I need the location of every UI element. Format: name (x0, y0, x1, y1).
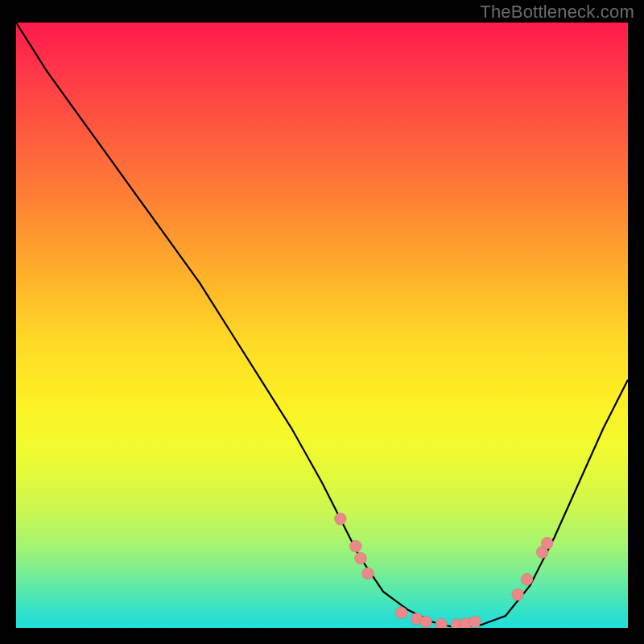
curve-marker (436, 618, 448, 628)
plot-area (16, 23, 628, 628)
curve-marker (512, 588, 524, 601)
curve-marker (541, 537, 553, 549)
curve-marker (395, 607, 407, 619)
curve-marker (354, 552, 366, 564)
bottleneck-curve (16, 23, 628, 628)
bottleneck-chart (16, 23, 628, 628)
curve-marker (469, 616, 481, 628)
stage: TheBottleneck.com (0, 0, 644, 644)
curve-marker (521, 573, 533, 585)
curve-markers (334, 513, 553, 628)
curve-marker (349, 540, 361, 552)
curve-marker (362, 568, 374, 580)
watermark-text: TheBottleneck.com (480, 2, 634, 23)
curve-marker (334, 513, 346, 525)
curve-marker (420, 616, 432, 628)
